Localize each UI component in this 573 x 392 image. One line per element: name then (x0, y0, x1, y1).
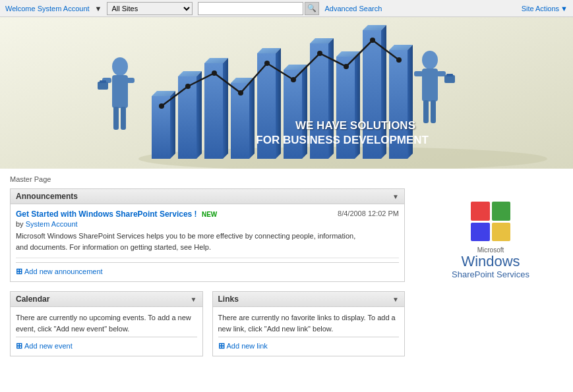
add-event-icon: ⊞ (16, 341, 22, 350)
add-announcement-row: ⊞ Add new announcement (16, 267, 399, 276)
add-link-row: ⊞ Add new link (218, 341, 400, 350)
add-announcement-icon: ⊞ (16, 267, 22, 276)
announcements-body: 8/4/2008 12:02 PM Get Started with Windo… (11, 204, 404, 281)
svg-rect-48 (113, 107, 119, 130)
calendar-separator (16, 337, 197, 337)
add-event-row: ⊞ Add new event (16, 341, 197, 350)
svg-point-34 (212, 70, 217, 76)
announcement-body-line1: Microsoft Windows SharePoint Services he… (16, 232, 355, 240)
windows-flag-icon (471, 202, 510, 241)
announcement-item: 8/4/2008 12:02 PM Get Started with Windo… (16, 210, 399, 258)
links-separator (218, 337, 400, 337)
win-flag-red (471, 202, 490, 221)
site-actions-label: Site Actions (522, 5, 559, 13)
svg-rect-52 (414, 71, 423, 76)
main-content: Master Page Announcements ▼ 8/4/2008 12:… (0, 169, 573, 372)
svg-rect-55 (446, 74, 453, 76)
svg-rect-49 (121, 107, 126, 130)
announcement-by: by (16, 220, 24, 228)
content-row: Announcements ▼ 8/4/2008 12:02 PM Get St… (10, 188, 563, 366)
banner: BUSINESSCONSULTING BEST ONLINE SOLUTIONS… (0, 17, 573, 169)
calendar-webpart: Calendar ▼ There are currently no upcomi… (10, 291, 203, 356)
svg-marker-7 (196, 71, 202, 159)
links-webpart: Links ▼ There are currently no favorite … (212, 291, 406, 356)
announcement-new-badge: NEW (202, 211, 217, 218)
search-input[interactable] (198, 2, 303, 15)
svg-text:FOR BUSINESS DEVELOPMENT: FOR BUSINESS DEVELOPMENT (256, 134, 429, 146)
search-box: 🔍 (198, 2, 319, 15)
win-flag-green (492, 202, 511, 221)
announcement-body-line2: and documents. For information on gettin… (16, 243, 211, 251)
welcome-link[interactable]: Welcome System Account (5, 5, 90, 13)
add-link-icon: ⊞ (218, 341, 225, 350)
bar-chart: WE HAVE SOLUTIONS FOR BUSINESS DEVELOPME… (0, 17, 573, 169)
svg-rect-57 (431, 100, 436, 123)
windows-logo-area: Microsoft Windows SharePoint Services (418, 188, 563, 293)
svg-point-37 (291, 77, 296, 82)
svg-text:WE HAVE SOLUTIONS: WE HAVE SOLUTIONS (295, 119, 415, 132)
svg-point-35 (238, 90, 243, 96)
sharepoint-label: SharePoint Services (452, 269, 529, 279)
announcements-title: Announcements (16, 192, 78, 201)
bottom-row: Calendar ▼ There are currently no upcomi… (10, 291, 405, 366)
svg-marker-13 (249, 78, 255, 159)
svg-marker-10 (223, 58, 228, 159)
calendar-empty-text: There are currently no upcoming events. … (16, 312, 197, 334)
announcement-author: by System Account (16, 220, 399, 228)
links-empty-text: There are currently no favorite links to… (218, 312, 400, 334)
svg-point-33 (185, 84, 191, 89)
add-announcement-link[interactable]: Add new announcement (24, 267, 103, 275)
links-dropdown-icon[interactable]: ▼ (392, 296, 399, 303)
site-actions-arrow: ▼ (560, 5, 568, 13)
svg-rect-47 (100, 80, 106, 83)
svg-point-40 (370, 38, 375, 43)
svg-rect-45 (125, 78, 135, 83)
links-header: Links ▼ (213, 292, 405, 307)
win-flag-yellow (492, 223, 511, 242)
add-event-link[interactable]: Add new event (24, 342, 73, 350)
svg-rect-51 (422, 69, 438, 101)
windows-label: Windows (461, 254, 520, 269)
calendar-dropdown-icon[interactable]: ▼ (191, 296, 197, 303)
add-link-link[interactable]: Add new link (227, 342, 268, 350)
advanced-search-link[interactable]: Advanced Search (324, 5, 382, 13)
announcement-author-link[interactable]: System Account (26, 220, 78, 228)
svg-rect-56 (423, 100, 429, 123)
links-title: Links (218, 294, 239, 304)
svg-point-38 (317, 51, 322, 56)
sites-dropdown[interactable]: All Sites (107, 2, 193, 15)
svg-point-50 (422, 51, 438, 69)
top-bar-left: Welcome System Account ▼ All Sites 🔍 Adv… (5, 2, 382, 15)
svg-point-42 (112, 57, 128, 76)
search-button[interactable]: 🔍 (305, 2, 319, 15)
win-flag-blue (471, 223, 490, 242)
separator (16, 262, 399, 263)
announcement-body: Microsoft Windows SharePoint Services he… (16, 231, 399, 252)
svg-point-32 (159, 103, 164, 109)
announcement-date: 8/4/2008 12:02 PM (338, 210, 399, 217)
site-actions-menu[interactable]: Site Actions ▼ (522, 5, 568, 13)
welcome-dropdown-arrow[interactable]: ▼ (95, 5, 102, 13)
svg-point-36 (264, 61, 270, 66)
content-right: Microsoft Windows SharePoint Services (418, 188, 563, 366)
announcement-title-row: 8/4/2008 12:02 PM Get Started with Windo… (16, 210, 399, 219)
calendar-header: Calendar ▼ (11, 292, 202, 307)
top-bar: Welcome System Account ▼ All Sites 🔍 Adv… (0, 0, 573, 17)
calendar-title: Calendar (16, 294, 49, 304)
announcements-dropdown-icon[interactable]: ▼ (392, 193, 399, 200)
svg-rect-53 (437, 71, 446, 76)
announcements-header: Announcements ▼ (11, 189, 404, 204)
svg-marker-4 (170, 91, 175, 159)
calendar-body: There are currently no upcoming events. … (11, 307, 202, 356)
announcements-webpart: Announcements ▼ 8/4/2008 12:02 PM Get St… (10, 188, 405, 282)
announcement-title-link[interactable]: Get Started with Windows SharePoint Serv… (16, 210, 197, 219)
svg-point-39 (344, 64, 349, 69)
search-icon: 🔍 (307, 4, 317, 13)
svg-point-41 (396, 57, 402, 63)
content-left: Announcements ▼ 8/4/2008 12:02 PM Get St… (10, 188, 405, 366)
links-body: There are currently no favorite links to… (213, 307, 405, 356)
master-page-label: Master Page (10, 175, 563, 183)
